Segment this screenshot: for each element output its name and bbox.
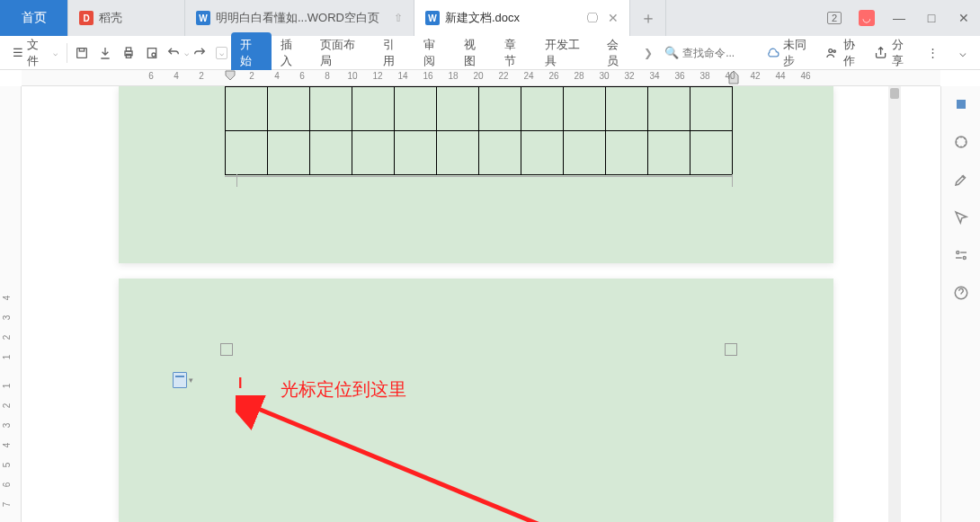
- ribbon-member[interactable]: 会员: [598, 32, 638, 74]
- ribbon-dev[interactable]: 开发工具: [536, 32, 599, 74]
- toolbar-kebab[interactable]: ⋮: [922, 42, 943, 64]
- ruler-h-tick: 22: [498, 71, 508, 81]
- export-button[interactable]: [94, 42, 116, 64]
- toolbar-collapse[interactable]: ⌵: [952, 42, 973, 64]
- ruler-h-tick: 44: [775, 71, 785, 81]
- ruler-h-tick: 4: [274, 71, 280, 81]
- ruler-vertical[interactable]: 432112345678: [0, 86, 22, 522]
- annotation-arrow: [236, 395, 811, 522]
- svg-point-14: [956, 252, 958, 254]
- sidebar-right: [940, 86, 980, 522]
- unsync-button[interactable]: 未同步: [766, 37, 816, 69]
- margin-corner-tl: [220, 343, 233, 356]
- ribbon-layout[interactable]: 页面布局: [311, 32, 374, 74]
- ruler-v-tick: 2: [2, 403, 12, 409]
- sidebar-help[interactable]: [950, 282, 972, 304]
- document-page-2: ▾ I 光标定位到这里: [119, 279, 833, 522]
- ruler-h-tick: 42: [750, 71, 760, 81]
- print-button[interactable]: [118, 42, 139, 64]
- search-input[interactable]: [682, 47, 754, 59]
- command-search[interactable]: 🔍: [658, 42, 757, 63]
- share-icon: [874, 46, 887, 60]
- ruler-h-tick: 6: [299, 71, 305, 81]
- word-icon: W: [196, 11, 210, 25]
- sidebar-select[interactable]: [950, 207, 972, 228]
- redo-button[interactable]: [189, 42, 210, 64]
- ribbon-tabs: 开始 插入 页面布局 引用 审阅 视图 章节 开发工具 会员 ❯: [231, 32, 659, 74]
- tab-add[interactable]: ＋: [630, 0, 666, 36]
- tab-active-doc[interactable]: W 新建文档.docx 🖵 ✕: [414, 0, 630, 36]
- ruler-h-tick: 20: [473, 71, 483, 81]
- save-button[interactable]: [71, 42, 93, 64]
- hamburger-icon: ☰: [13, 46, 23, 59]
- tab-info-doc[interactable]: W 明明白白看懂如...WORD空白页 ⇧: [185, 0, 414, 36]
- sidebar-settings[interactable]: [950, 244, 972, 266]
- more-dropdown[interactable]: ⌵: [216, 47, 227, 59]
- ruler-h-tick: 2: [199, 71, 204, 81]
- sidebar-edit[interactable]: [950, 169, 972, 190]
- ribbon-insert[interactable]: 插入: [272, 32, 312, 74]
- svg-rect-1: [79, 48, 84, 50]
- ruler-h-tick: 10: [347, 71, 357, 81]
- svg-point-7: [829, 49, 833, 52]
- close-button[interactable]: ✕: [948, 0, 980, 36]
- minimize-button[interactable]: —: [883, 0, 915, 36]
- titlebar: 首页 D 稻壳 W 明明白白看懂如...WORD空白页 ⇧ W 新建文档.doc…: [0, 0, 980, 36]
- ribbon-more[interactable]: ❯: [638, 47, 658, 59]
- document-canvas[interactable]: ▾ I 光标定位到这里: [22, 86, 940, 522]
- window-controls: 2 ◡ — □ ✕: [818, 0, 980, 36]
- search-icon: 🔍: [664, 46, 679, 59]
- tab-home[interactable]: 首页: [0, 0, 68, 36]
- ruler-h-tick: 38: [699, 71, 709, 81]
- tab-docker[interactable]: D 稻壳: [68, 0, 185, 36]
- share-button[interactable]: 分享: [874, 37, 913, 69]
- unsync-label: 未同步: [783, 37, 816, 69]
- monitor-icon[interactable]: 🖵: [586, 11, 599, 25]
- ruler-h-tick: 12: [372, 71, 382, 81]
- document-table[interactable]: [225, 86, 733, 175]
- ruler-horizontal[interactable]: 6422468101214161820222426283032343638404…: [22, 70, 940, 86]
- ruler-h-tick: 40: [725, 71, 735, 81]
- margin-corner-tr: [725, 343, 737, 356]
- ruler-v-tick: 1: [2, 355, 12, 360]
- ruler-v-tick: 5: [2, 463, 12, 468]
- close-icon[interactable]: ✕: [608, 11, 619, 25]
- ribbon-review[interactable]: 审阅: [414, 32, 455, 74]
- ribbon-start[interactable]: 开始: [231, 32, 272, 74]
- ruler-v-tick: 4: [2, 443, 12, 448]
- share-label: 分享: [892, 37, 914, 69]
- ruler-h-tick: 46: [800, 71, 810, 81]
- scrollbar-thumb[interactable]: [890, 88, 899, 99]
- tab-count-badge[interactable]: 2: [818, 0, 851, 36]
- ruler-h-tick: 8: [325, 71, 330, 81]
- file-menu[interactable]: ☰ 文件 ⌵: [7, 37, 63, 69]
- pin-icon[interactable]: ⇧: [394, 12, 403, 24]
- sidebar-toolbox[interactable]: [950, 131, 972, 153]
- ruler-h-tick: 14: [397, 71, 407, 81]
- quick-access: [71, 42, 163, 64]
- document-page-1: [119, 86, 833, 263]
- print-preview-button[interactable]: [141, 42, 163, 64]
- sidebar-nav-toggle[interactable]: [950, 93, 972, 115]
- tab-home-label: 首页: [22, 10, 47, 26]
- ribbon-chapter[interactable]: 章节: [495, 32, 536, 74]
- ribbon-view[interactable]: 视图: [455, 32, 495, 74]
- svg-line-12: [252, 406, 793, 522]
- ruler-h-tick: 34: [649, 71, 659, 81]
- avatar[interactable]: ◡: [851, 0, 883, 36]
- ruler-v-tick: 6: [2, 482, 12, 488]
- maximize-button[interactable]: □: [915, 0, 948, 36]
- scrollbar-vertical[interactable]: [888, 86, 901, 522]
- collab-button[interactable]: 协作: [825, 37, 865, 69]
- word-icon: W: [425, 11, 440, 25]
- people-icon: [825, 46, 839, 60]
- ruler-h-tick: 6: [148, 71, 154, 81]
- paste-options[interactable]: ▾: [173, 372, 193, 388]
- ruler-v-tick: 3: [2, 315, 12, 321]
- indent-marker-left[interactable]: [225, 70, 236, 84]
- ruler-h-tick: 4: [174, 71, 179, 81]
- ruler-h-tick: 36: [674, 71, 684, 81]
- chevron-down-icon: ⌵: [53, 49, 58, 58]
- undo-button[interactable]: [163, 42, 184, 64]
- ribbon-ref[interactable]: 引用: [374, 32, 414, 74]
